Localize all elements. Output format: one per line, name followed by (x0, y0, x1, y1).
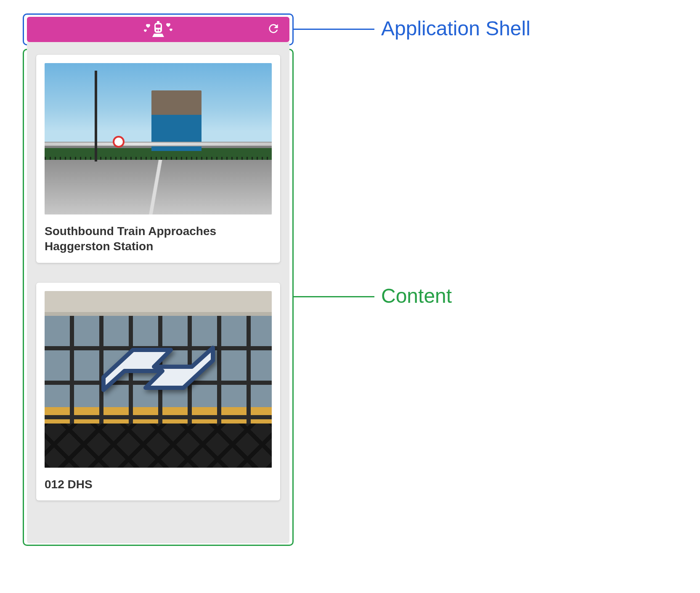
svg-point-2 (156, 29, 158, 31)
annotation-connector-content (294, 296, 374, 297)
app-bar (27, 17, 289, 42)
svg-rect-4 (157, 21, 159, 23)
card-title: 012 DHS (45, 477, 272, 492)
ns-logo-icon (95, 337, 221, 400)
annotation-connector-shell (294, 29, 374, 30)
annotation-label-shell: Application Shell (381, 19, 530, 39)
content-card[interactable]: 012 DHS (36, 283, 280, 500)
svg-point-3 (159, 29, 160, 31)
content-card[interactable]: Southbound Train Approaches Haggerston S… (36, 55, 280, 263)
app-logo (140, 20, 176, 39)
diagram-stage: Application Shell Content (0, 0, 700, 593)
refresh-icon (267, 22, 280, 37)
card-image (45, 291, 272, 468)
annotation-label-content: Content (381, 286, 452, 306)
refresh-button[interactable] (267, 22, 280, 37)
svg-rect-1 (156, 24, 161, 28)
train-hearts-icon (140, 20, 176, 39)
card-image (45, 63, 272, 214)
card-title: Southbound Train Approaches Haggerston S… (45, 224, 272, 254)
